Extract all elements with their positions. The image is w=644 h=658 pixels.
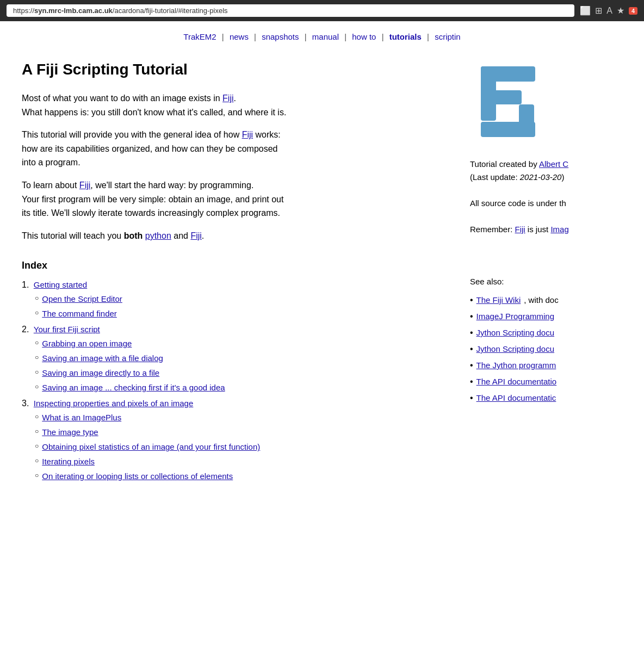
index-subitem-1-1: Open the Script Editor: [35, 293, 448, 305]
index-subitem-2-1: Grabbing an open image: [35, 338, 448, 349]
see-also-link-6[interactable]: The API documentatio: [476, 375, 557, 388]
intro-p1-fiji-link[interactable]: Fiji: [222, 94, 233, 103]
nav-howto[interactable]: how to: [352, 32, 376, 41]
index-sublink-imageplus[interactable]: What is an ImagePlus: [42, 412, 121, 423]
intro-paragraph-3: To learn about Fiji, we'll start the har…: [22, 178, 448, 220]
author-link[interactable]: Albert C: [539, 159, 568, 169]
index-sublink-pixel-stats[interactable]: Obtaining pixel statistics of an image (…: [42, 441, 260, 452]
index-sublink-command-finder[interactable]: The command finder: [42, 308, 117, 319]
font-icon: A: [606, 6, 612, 16]
url-bar[interactable]: https://syn.mrc-lmb.cam.ac.uk/acardona/f…: [7, 4, 574, 17]
intro-fiji-link[interactable]: Fiji: [190, 231, 201, 240]
page-title: A Fiji Scripting Tutorial: [22, 61, 448, 78]
see-also-item-3: Jython Scripting docu: [470, 326, 622, 339]
see-also-item-5: The Jython programm: [470, 359, 622, 372]
intro-paragraph-2: This tutorial will provide you with the …: [22, 128, 448, 170]
intro-both-bold: both: [124, 231, 143, 240]
nav-trakEM2[interactable]: TrakEM2: [183, 32, 216, 41]
index-subitem-3-5: On iterating or looping lists or collect…: [35, 470, 448, 482]
index-sublist-2: Grabbing an open image Saving an image w…: [22, 338, 448, 393]
see-also-title: See also:: [470, 275, 622, 288]
index-num-3: 3.: [22, 399, 29, 408]
index-num-2: 2.: [22, 325, 29, 334]
see-also-link-1[interactable]: The Fiji Wiki: [476, 294, 521, 307]
nav-snapshots[interactable]: snapshots: [262, 32, 299, 41]
nav-news[interactable]: news: [230, 32, 249, 41]
index-sublist-3: What is an ImagePlus The image type Obta…: [22, 412, 448, 482]
grid-icon: ⊞: [595, 5, 602, 16]
index-list: 1. Getting started Open the Script Edito…: [22, 280, 448, 482]
right-info: Tutorial created by Albert C (Last updat…: [470, 158, 622, 405]
nav-sep-5: |: [382, 32, 384, 41]
remember-prefix: Remember:: [470, 225, 515, 234]
see-also-link-5[interactable]: The Jython programm: [476, 359, 556, 372]
url-prefix: https://: [13, 7, 34, 15]
index-sublink-saving-dialog[interactable]: Saving an image with a file dialog: [42, 352, 163, 364]
see-also-item-6: The API documentatio: [470, 375, 622, 388]
intro-python-link[interactable]: python: [145, 231, 171, 240]
index-subitem-3-1: What is an ImagePlus: [35, 412, 448, 423]
see-also-list: The Fiji Wiki, with doc ImageJ Programmi…: [470, 294, 622, 405]
index-sublink-image-type[interactable]: The image type: [42, 426, 98, 438]
last-update-date: 2021-03-20: [520, 172, 562, 182]
index-sublink-iterating-lists[interactable]: On iterating or looping lists or collect…: [42, 470, 233, 482]
nav-tutorials[interactable]: tutorials: [389, 32, 422, 41]
browser-icons: ⬜ ⊞ A ★ 4: [580, 5, 637, 16]
nav-sep-1: |: [222, 32, 224, 41]
intro-p1-text-before: Most of what you want to do with an imag…: [22, 94, 222, 103]
see-also-item-2: ImageJ Programming: [470, 310, 622, 323]
see-also-suffix-1: , with doc: [524, 294, 558, 307]
remember-imagej-link[interactable]: Imag: [550, 225, 568, 234]
tutorial-created-label: Tutorial created by: [470, 159, 539, 169]
intro-paragraph-1: Most of what you want to do with an imag…: [22, 91, 448, 119]
nav-sep-4: |: [344, 32, 346, 41]
nav-sep-2: |: [254, 32, 256, 41]
index-subitem-2-3: Saving an image directly to a file: [35, 367, 448, 378]
index-subitem-3-3: Obtaining pixel statistics of an image (…: [35, 441, 448, 452]
see-also-link-2[interactable]: ImageJ Programming: [476, 310, 554, 323]
index-link-1[interactable]: Getting started: [34, 280, 87, 289]
monitor-icon: ⬜: [580, 5, 591, 16]
last-update-text: (Last update: 2021-03-20): [470, 171, 622, 184]
remember-text: Remember: Fiji is just Imag: [470, 223, 622, 236]
intro-p2-fiji-link[interactable]: Fiji: [242, 130, 253, 139]
nav-bar: TrakEM2 | news | snapshots | manual | ho…: [22, 21, 622, 50]
source-code-text: All source code is under th: [470, 197, 622, 210]
source-code-label: All source code is under th: [470, 198, 566, 208]
index-sublink-saving-directly[interactable]: Saving an image directly to a file: [42, 367, 159, 378]
last-update-suffix: ): [561, 172, 564, 182]
index-subitem-2-2: Saving an image with a file dialog: [35, 352, 448, 364]
see-also-item-4: Jython Scripting docu: [470, 343, 622, 356]
index-sublink-saving-check[interactable]: Saving an image ... checking first if it…: [42, 382, 225, 393]
see-also-link-3[interactable]: Jython Scripting docu: [476, 326, 554, 339]
see-also-link-4[interactable]: Jython Scripting docu: [476, 343, 554, 356]
index-subitem-3-4: Iterating pixels: [35, 456, 448, 467]
intro-p3-fiji-link[interactable]: Fiji: [79, 181, 90, 190]
see-also-link-7[interactable]: The API documentatic: [476, 392, 556, 405]
page-content: TrakEM2 | news | snapshots | manual | ho…: [0, 21, 644, 509]
index-sublist-1: Open the Script Editor The command finde…: [22, 293, 448, 319]
see-also-item-1: The Fiji Wiki, with doc: [470, 294, 622, 307]
index-item-2: 2. Your first Fiji script Grabbing an op…: [22, 325, 448, 393]
nav-manual[interactable]: manual: [312, 32, 339, 41]
logo-container: [470, 61, 622, 145]
star-icon[interactable]: ★: [617, 5, 624, 16]
main-layout: A Fiji Scripting Tutorial Most of what y…: [22, 61, 622, 487]
index-sublink-open-script[interactable]: Open the Script Editor: [42, 293, 122, 305]
remember-fiji-link[interactable]: Fiji: [515, 225, 525, 234]
index-title: Index: [22, 260, 448, 271]
index-link-2[interactable]: Your first Fiji script: [34, 325, 100, 334]
svg-rect-4: [481, 122, 535, 137]
index-sublink-grabbing[interactable]: Grabbing an open image: [42, 338, 132, 349]
nav-sep-6: |: [427, 32, 429, 41]
intro-paragraph-4: This tutorial will teach you both python…: [22, 229, 448, 243]
last-update-prefix: (Last update:: [470, 172, 520, 182]
index-item-3: 3. Inspecting properties and pixels of a…: [22, 399, 448, 482]
url-domain: syn.mrc-lmb.cam.ac.uk: [34, 7, 113, 15]
nav-sep-3: |: [305, 32, 307, 41]
index-sublink-iterating-pixels[interactable]: Iterating pixels: [42, 456, 95, 467]
right-column: Tutorial created by Albert C (Last updat…: [470, 61, 622, 487]
nav-scripting[interactable]: scriptin: [435, 32, 461, 41]
index-link-3[interactable]: Inspecting properties and pixels of an i…: [34, 399, 194, 408]
svg-rect-2: [481, 90, 522, 104]
